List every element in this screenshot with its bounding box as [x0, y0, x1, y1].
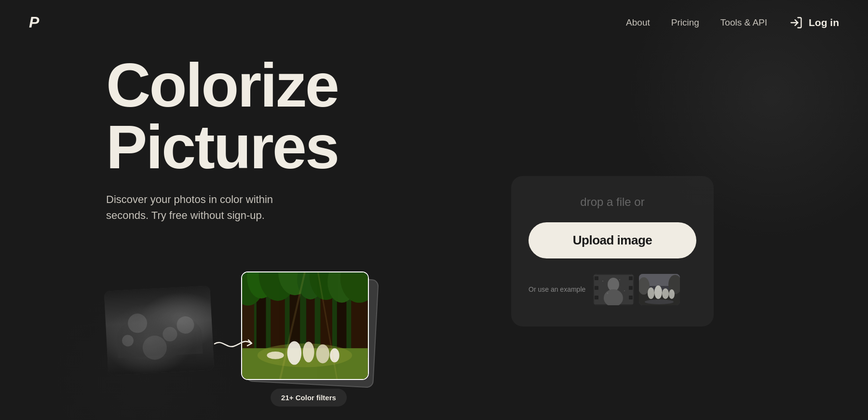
- color-photo-stack: 21+ Color filters: [241, 271, 376, 387]
- filter-badge: 21+ Color filters: [271, 389, 347, 406]
- svg-point-55: [624, 290, 625, 291]
- svg-rect-47: [629, 276, 633, 280]
- nav-links: About Pricing Tools & API Log in: [626, 15, 839, 30]
- examples-section: Or use an example: [529, 274, 696, 305]
- svg-point-25: [267, 352, 284, 359]
- navigation: P About Pricing Tools & API Log in: [0, 0, 868, 45]
- svg-point-52: [602, 281, 603, 282]
- color-photo: [241, 271, 369, 380]
- bw-scene: [104, 285, 215, 375]
- hero-left: Colorize Pictures Discover your photos i…: [106, 54, 444, 420]
- upload-panel: drop a file or Upload image Or use an ex…: [511, 176, 714, 326]
- svg-point-62: [648, 287, 654, 299]
- svg-rect-46: [595, 296, 598, 299]
- svg-point-2: [163, 326, 178, 342]
- svg-point-53: [619, 279, 620, 280]
- svg-point-27: [303, 341, 314, 362]
- svg-point-63: [654, 285, 662, 299]
- svg-point-50: [608, 278, 619, 291]
- logo[interactable]: P: [29, 14, 39, 31]
- svg-point-28: [316, 344, 330, 363]
- examples-label: Or use an example: [529, 285, 585, 295]
- svg-rect-45: [595, 286, 598, 290]
- hero-title: Colorize Pictures: [106, 54, 444, 178]
- svg-point-64: [662, 288, 669, 299]
- example-thumb-1[interactable]: [593, 274, 634, 305]
- example-thumbs: [593, 274, 680, 305]
- hero-section: Colorize Pictures Discover your photos i…: [0, 54, 868, 420]
- svg-rect-48: [629, 286, 633, 290]
- svg-point-65: [669, 289, 675, 299]
- photo-showcase: 21+ Color filters: [106, 252, 376, 387]
- svg-point-1: [127, 313, 148, 333]
- login-button[interactable]: Log in: [788, 15, 839, 30]
- svg-rect-44: [595, 276, 598, 280]
- upload-button[interactable]: Upload image: [529, 222, 696, 258]
- login-icon: [788, 15, 804, 30]
- hero-title-line2: Pictures: [106, 112, 338, 181]
- example-thumb-2[interactable]: [639, 274, 680, 305]
- color-photo-inner: [242, 272, 368, 379]
- svg-rect-49: [629, 296, 633, 299]
- hero-right: drop a file or Upload image Or use an ex…: [511, 176, 714, 326]
- arrow-icon: [212, 329, 260, 358]
- svg-point-26: [287, 341, 301, 365]
- svg-point-66: [645, 299, 674, 304]
- svg-point-4: [122, 335, 134, 347]
- bw-texture: [104, 285, 215, 375]
- svg-point-54: [607, 293, 609, 294]
- login-label: Log in: [809, 17, 839, 28]
- drop-text: drop a file or: [529, 195, 696, 209]
- nav-about[interactable]: About: [626, 17, 650, 28]
- nav-tools[interactable]: Tools & API: [720, 17, 767, 28]
- svg-point-5: [176, 316, 195, 334]
- nav-pricing[interactable]: Pricing: [671, 17, 699, 28]
- forest-scene: [242, 272, 368, 379]
- hero-subtitle: Discover your photos in color within sec…: [106, 191, 299, 223]
- hero-title-line1: Colorize: [106, 51, 338, 120]
- bw-photo: [104, 285, 215, 375]
- svg-point-3: [142, 335, 168, 361]
